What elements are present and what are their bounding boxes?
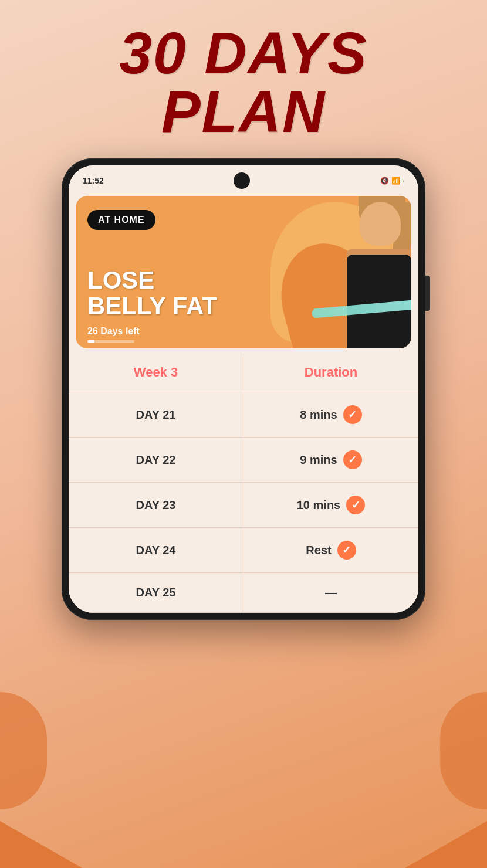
duration-cell: Rest (244, 528, 418, 572)
table-header: Week 3 Duration (69, 353, 418, 392)
day-label: DAY 24 (69, 528, 244, 572)
week-header: Week 3 (69, 353, 244, 392)
duration-cell: 8 mins (244, 392, 418, 437)
duration-header: Duration (244, 353, 418, 392)
table-row[interactable]: DAY 23 10 mins (69, 483, 418, 528)
check-badge (343, 450, 362, 469)
day-label: DAY 22 (69, 438, 244, 482)
check-badge (343, 405, 362, 424)
dot-icon: · (403, 177, 404, 185)
main-title: 30 DAYS PLAN (0, 23, 487, 141)
table-row[interactable]: DAY 24 Rest (69, 528, 418, 573)
status-icons: 🔇 📶 · (380, 177, 404, 185)
phone-frame: 11:52 🔇 📶 · (62, 158, 425, 620)
main-title-section: 30 DAYS PLAN (0, 0, 487, 158)
deco-left (0, 692, 47, 809)
volume-icon: 🔇 (380, 177, 389, 185)
wifi-icon: 📶 (391, 177, 400, 185)
duration-cell: 10 mins (244, 483, 418, 527)
table-row[interactable]: DAY 25 — (69, 573, 418, 613)
duration-cell: 9 mins (244, 438, 418, 482)
camera-notch (234, 172, 250, 189)
check-badge (346, 496, 365, 514)
triangle-left (0, 821, 82, 868)
day-label: DAY 21 (69, 392, 244, 437)
triangle-right (405, 821, 487, 868)
status-bar: 11:52 🔇 📶 · (69, 165, 418, 191)
phone-container: 11:52 🔇 📶 · (62, 158, 425, 620)
status-time: 11:52 (83, 176, 104, 185)
banner-progress-bar (87, 340, 134, 343)
table-row[interactable]: DAY 21 8 mins (69, 392, 418, 438)
person-head (360, 202, 401, 246)
bottom-triangles (0, 821, 487, 868)
table-row[interactable]: DAY 22 9 mins (69, 438, 418, 483)
schedule-table: Week 3 Duration DAY 21 8 mins (69, 353, 418, 613)
banner-days-left: 26 Days left (87, 326, 140, 337)
workout-banner[interactable]: AT HOME LOSE BELLY FAT 26 Days left (76, 196, 411, 348)
duration-cell: — (244, 573, 418, 612)
day-label: DAY 25 (69, 573, 244, 612)
phone-screen: 11:52 🔇 📶 · (69, 165, 418, 613)
banner-title: LOSE BELLY FAT (87, 267, 217, 319)
banner-label: AT HOME (87, 210, 155, 230)
banner-progress-fill (87, 340, 94, 343)
person-inner (282, 202, 411, 348)
deco-right (440, 692, 487, 809)
person-illustration (265, 196, 411, 348)
check-badge (337, 541, 356, 560)
day-label: DAY 23 (69, 483, 244, 527)
